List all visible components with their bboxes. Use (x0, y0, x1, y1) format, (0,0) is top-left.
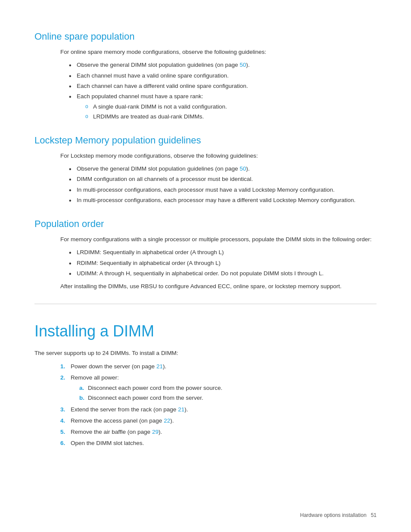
step-text: Power down the server (on page 21). (71, 363, 166, 370)
online-spare-list: Observe the general DIMM slot population… (69, 61, 377, 121)
population-order-after: After installing the DIMMs, use RBSU to … (60, 282, 377, 291)
list-item: Remove the access panel (on page 22). (60, 417, 377, 425)
step-text: Extend the server from the rack (on page… (71, 406, 188, 413)
population-order-intro: For memory configurations with a single … (60, 235, 377, 244)
sub-step-text: Disconnect each power cord from the powe… (88, 385, 222, 391)
page-link[interactable]: 50 (240, 62, 246, 68)
list-item: DIMM configuration on all channels of a … (69, 175, 377, 184)
sub-bullet-text: A single dual-rank DIMM is not a valid c… (93, 103, 227, 110)
list-item: UDIMM: A through H, sequentially in alph… (69, 269, 377, 278)
step-text: Remove the access panel (on page 22). (71, 417, 174, 424)
page-link[interactable]: 21 (156, 363, 163, 370)
page-number: 51 (371, 512, 377, 518)
lockstep-heading: Lockstep Memory population guidelines (34, 133, 377, 147)
list-item: LRDIMM: Sequentially in alphabetical ord… (69, 248, 377, 257)
page: Online spare population For online spare… (0, 0, 411, 532)
list-item: Each channel can have a different valid … (69, 82, 377, 90)
footer-text: Hardware options installation (300, 512, 367, 518)
list-item: In multi-processor configurations, each … (69, 186, 377, 194)
bullet-text: In multi-processor configurations, each … (77, 187, 335, 193)
section-divider (34, 304, 377, 304)
sub-list-item: Disconnect each power cord from the serv… (79, 394, 377, 402)
bullet-text: Each populated channel must have a spare… (77, 93, 203, 100)
list-item: Extend the server from the rack (on page… (60, 405, 377, 414)
bullet-text: Observe the general DIMM slot population… (77, 165, 250, 172)
page-link[interactable]: 29 (152, 429, 159, 435)
list-item: In multi-processor configurations, each … (69, 196, 377, 205)
footer: Hardware options installation 51 (300, 511, 377, 519)
population-order-heading: Population order (34, 217, 377, 231)
bullet-text: In multi-processor configurations, each … (77, 197, 355, 203)
list-item: Remove the air baffle (on page 29). (60, 428, 377, 436)
lockstep-list: Observe the general DIMM slot population… (69, 165, 377, 205)
list-item: Power down the server (on page 21). (60, 362, 377, 371)
bullet-text: DIMM configuration on all channels of a … (77, 176, 253, 182)
population-order-list: LRDIMM: Sequentially in alphabetical ord… (69, 248, 377, 278)
bullet-text: LRDIMM: Sequentially in alphabetical ord… (77, 249, 224, 255)
sub-list-item: Disconnect each power cord from the powe… (79, 384, 377, 392)
list-item: Observe the general DIMM slot population… (69, 165, 377, 173)
list-item: Each populated channel must have a spare… (69, 92, 377, 121)
bullet-text: Each channel can have a different valid … (77, 83, 248, 89)
sub-list: A single dual-rank DIMM is not a valid c… (85, 103, 377, 121)
bullet-text: Each channel must have a valid online sp… (77, 72, 229, 79)
page-link[interactable]: 22 (164, 417, 170, 424)
bullet-text: UDIMM: A through H, sequentially in alph… (77, 270, 324, 277)
step-text: Remove all power: (71, 374, 119, 381)
list-item: RDIMM: Sequentially in alphabetical orde… (69, 259, 377, 268)
sub-step-text: Disconnect each power cord from the serv… (88, 395, 203, 401)
installing-steps-list: Power down the server (on page 21). Remo… (60, 362, 377, 448)
installing-dimm-heading: Installing a DIMM (34, 320, 377, 343)
lockstep-intro: For Lockstep memory mode configurations,… (60, 152, 377, 160)
list-item: Each channel must have a valid online sp… (69, 72, 377, 80)
list-item: Observe the general DIMM slot population… (69, 61, 377, 69)
sub-bullet-text: LRDIMMs are treated as dual-rank DIMMs. (93, 113, 204, 120)
bullet-text: RDIMM: Sequentially in alphabetical orde… (77, 260, 221, 266)
list-item: Open the DIMM slot latches. (60, 439, 377, 448)
step-text: Open the DIMM slot latches. (71, 440, 144, 446)
installing-dimm-intro: The server supports up to 24 DIMMs. To i… (34, 349, 377, 358)
online-spare-heading: Online spare population (34, 29, 377, 44)
list-item: Remove all power: Disconnect each power … (60, 373, 377, 403)
online-spare-intro: For online spare memory mode configurati… (60, 48, 377, 56)
sub-steps-list: Disconnect each power cord from the powe… (79, 384, 377, 403)
sub-list-item: LRDIMMs are treated as dual-rank DIMMs. (85, 112, 377, 121)
sub-list-item: A single dual-rank DIMM is not a valid c… (85, 103, 377, 111)
step-text: Remove the air baffle (on page 29). (71, 429, 162, 435)
page-link[interactable]: 50 (240, 165, 246, 172)
page-link[interactable]: 21 (178, 406, 184, 413)
bullet-text: Observe the general DIMM slot population… (77, 62, 250, 68)
